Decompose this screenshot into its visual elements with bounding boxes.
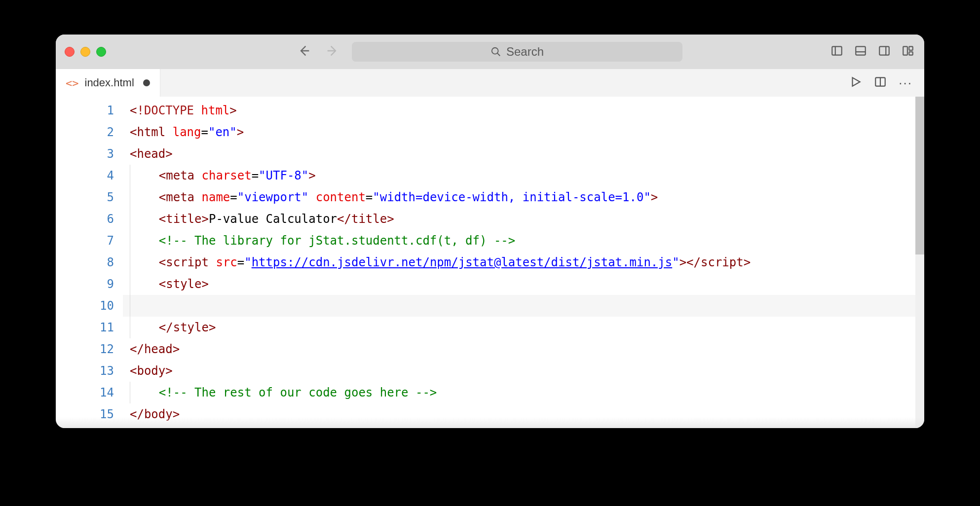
panel-bottom-icon bbox=[854, 44, 867, 57]
more-actions-button[interactable]: ··· bbox=[899, 76, 912, 89]
panel-left-icon bbox=[830, 44, 843, 57]
line-number: 15 bbox=[65, 403, 114, 425]
titlebar: Search bbox=[56, 35, 924, 69]
play-icon bbox=[849, 75, 862, 88]
search-box[interactable]: Search bbox=[352, 42, 682, 62]
code-line[interactable]: <!-- The rest of our code goes here --> bbox=[123, 382, 924, 403]
code-line[interactable]: <!-- The library for jStat.studentt.cdf(… bbox=[123, 230, 924, 252]
arrow-left-icon bbox=[298, 44, 311, 58]
run-button[interactable] bbox=[849, 75, 862, 90]
svg-rect-6 bbox=[909, 52, 913, 55]
code-line[interactable]: <meta name="viewport" content="width=dev… bbox=[123, 186, 924, 208]
layout-grid-icon bbox=[902, 44, 914, 57]
svg-rect-2 bbox=[856, 46, 866, 55]
line-number: 9 bbox=[65, 273, 114, 295]
tab-filename: index.html bbox=[85, 76, 134, 89]
scrollbar-thumb[interactable] bbox=[915, 97, 924, 254]
code-line[interactable]: <title>P-value Calculator</title> bbox=[123, 208, 924, 230]
code-line[interactable]: </style> bbox=[123, 317, 924, 338]
svg-rect-4 bbox=[903, 46, 907, 55]
nav-back-button[interactable] bbox=[298, 44, 311, 60]
minimize-window-button[interactable] bbox=[80, 47, 90, 57]
search-placeholder: Search bbox=[506, 45, 544, 59]
code-line[interactable] bbox=[123, 295, 924, 317]
toggle-secondary-sidebar-button[interactable] bbox=[878, 44, 891, 59]
line-number: 12 bbox=[65, 338, 114, 360]
line-number: 11 bbox=[65, 317, 114, 338]
line-number: 8 bbox=[65, 252, 114, 273]
close-window-button[interactable] bbox=[65, 47, 75, 57]
nav-forward-button[interactable] bbox=[325, 44, 339, 60]
nav-arrows bbox=[298, 44, 339, 60]
code-content[interactable]: <!DOCTYPE html><html lang="en"><head> <m… bbox=[123, 97, 924, 428]
zoom-window-button[interactable] bbox=[96, 47, 106, 57]
code-line[interactable]: <meta charset="UTF-8"> bbox=[123, 165, 924, 186]
line-number: 4 bbox=[65, 165, 114, 186]
code-line[interactable]: <head> bbox=[123, 143, 924, 165]
line-number: 13 bbox=[65, 360, 114, 382]
editor-window: Search <> index.html bbox=[56, 35, 924, 428]
tab-bar: <> index.html ··· bbox=[56, 69, 924, 97]
svg-rect-1 bbox=[832, 46, 842, 55]
line-number: 2 bbox=[65, 121, 114, 143]
modified-indicator-icon bbox=[143, 79, 150, 86]
split-editor-button[interactable] bbox=[874, 75, 887, 90]
split-vertical-icon bbox=[874, 75, 887, 88]
html-file-icon: <> bbox=[66, 77, 79, 89]
editor-actions: ··· bbox=[837, 69, 924, 97]
traffic-lights bbox=[65, 47, 106, 57]
arrow-right-icon bbox=[325, 44, 339, 58]
line-number: 3 bbox=[65, 143, 114, 165]
customize-layout-button[interactable] bbox=[902, 44, 914, 59]
toggle-primary-sidebar-button[interactable] bbox=[830, 44, 843, 59]
line-number: 6 bbox=[65, 208, 114, 230]
code-line[interactable]: <script src="https://cdn.jsdelivr.net/np… bbox=[123, 252, 924, 273]
tab-index-html[interactable]: <> index.html bbox=[56, 69, 160, 97]
code-line[interactable]: </body> bbox=[123, 403, 924, 425]
code-line[interactable]: <body> bbox=[123, 360, 924, 382]
code-line[interactable]: <style> bbox=[123, 273, 924, 295]
panel-right-icon bbox=[878, 44, 891, 57]
toggle-panel-button[interactable] bbox=[854, 44, 867, 59]
svg-rect-5 bbox=[909, 46, 913, 50]
search-icon bbox=[490, 46, 501, 57]
code-editor[interactable]: 123456789101112131415 <!DOCTYPE html><ht… bbox=[56, 97, 924, 428]
minimap-scrollbar[interactable] bbox=[915, 97, 924, 428]
svg-point-0 bbox=[492, 48, 498, 54]
line-number: 14 bbox=[65, 382, 114, 403]
line-number: 5 bbox=[65, 186, 114, 208]
titlebar-actions bbox=[830, 44, 914, 59]
line-number: 1 bbox=[65, 100, 114, 121]
code-line[interactable]: <!DOCTYPE html> bbox=[123, 100, 924, 121]
code-line[interactable]: </head> bbox=[123, 338, 924, 360]
line-number: 10 bbox=[65, 295, 114, 317]
line-number: 7 bbox=[65, 230, 114, 252]
ellipsis-icon: ··· bbox=[899, 75, 912, 90]
svg-rect-3 bbox=[879, 46, 889, 55]
code-line[interactable]: <html lang="en"> bbox=[123, 121, 924, 143]
line-number-gutter: 123456789101112131415 bbox=[56, 97, 123, 428]
